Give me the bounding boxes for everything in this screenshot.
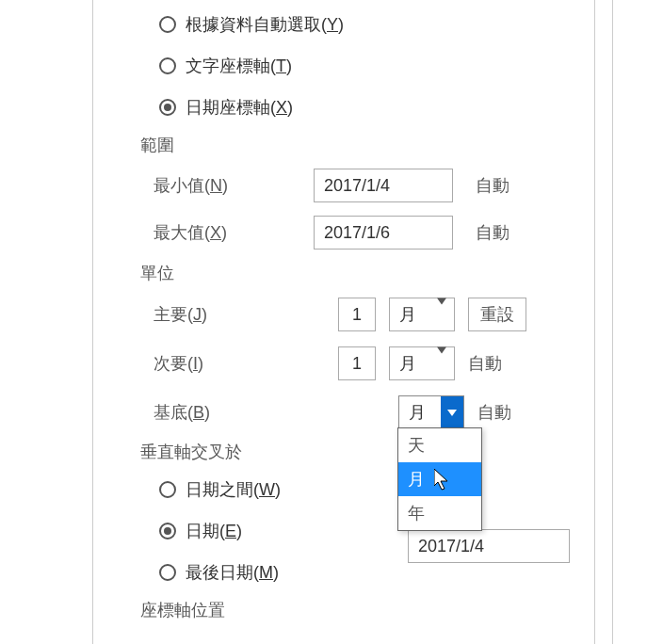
- min-label: 最小值(N): [154, 174, 314, 197]
- major-value-input[interactable]: [338, 298, 376, 331]
- axis-type-date-row[interactable]: 日期座標軸(X): [159, 87, 594, 128]
- outer-divider: [612, 0, 613, 644]
- minor-unit-select[interactable]: 月: [389, 346, 455, 380]
- axis-type-date-label: 日期座標軸(X): [186, 96, 293, 119]
- base-label: 基底(B): [154, 401, 398, 424]
- chevron-down-icon: [437, 354, 446, 374]
- dropdown-item-month[interactable]: 月: [398, 462, 481, 496]
- minor-auto-text: 自動: [468, 352, 502, 375]
- base-unit-select[interactable]: 月: [398, 395, 464, 429]
- min-row: 最小值(N) 自動: [154, 162, 594, 209]
- radio-date[interactable]: [159, 99, 176, 116]
- range-header: 範圍: [140, 134, 594, 156]
- max-row: 最大值(X) 自動: [154, 209, 594, 256]
- radio-last[interactable]: [159, 564, 176, 581]
- axis-type-text-row[interactable]: 文字座標軸(T): [159, 45, 594, 87]
- radio-auto[interactable]: [159, 16, 176, 33]
- reset-button[interactable]: 重設: [468, 298, 526, 331]
- min-input[interactable]: [314, 169, 453, 202]
- base-row: 基底(B) 月 自動: [154, 388, 594, 437]
- chevron-down-icon: [437, 305, 446, 325]
- axis-options-panel: 根據資料自動選取(Y) 文字座標軸(T) 日期座標軸(X) 範圍 最小值(N) …: [92, 0, 595, 644]
- max-label: 最大值(X): [154, 221, 314, 244]
- minor-label: 次要(I): [154, 352, 338, 375]
- max-input[interactable]: [314, 216, 453, 250]
- panel-content: 根據資料自動選取(Y) 文字座標軸(T) 日期座標軸(X) 範圍 最小值(N) …: [93, 0, 594, 621]
- max-auto-text: 自動: [476, 221, 509, 244]
- radio-between[interactable]: [159, 481, 176, 498]
- major-row: 主要(J) 月 重設: [154, 290, 594, 339]
- vcross-last-label: 最後日期(M): [186, 561, 279, 584]
- minor-value-input[interactable]: [338, 346, 376, 380]
- base-unit-value: 月: [409, 401, 426, 424]
- units-header: 單位: [140, 262, 594, 284]
- vcross-between-row[interactable]: 日期之間(W): [159, 469, 594, 510]
- chevron-down-icon: [441, 396, 463, 428]
- vcross-date-label: 日期(E): [186, 520, 242, 542]
- major-label: 主要(J): [154, 303, 338, 326]
- minor-unit-value: 月: [399, 352, 416, 375]
- axis-type-auto-label: 根據資料自動選取(Y): [186, 13, 344, 36]
- vcross-header: 垂直軸交叉於: [140, 441, 594, 463]
- vcross-date-input[interactable]: [408, 529, 570, 563]
- major-unit-value: 月: [399, 303, 416, 326]
- dropdown-item-year[interactable]: 年: [398, 496, 481, 530]
- dropdown-item-day[interactable]: 天: [398, 428, 481, 462]
- radio-date2[interactable]: [159, 523, 176, 539]
- minor-row: 次要(I) 月 自動: [154, 339, 594, 388]
- base-auto-text: 自動: [477, 401, 511, 424]
- axis-type-auto-row[interactable]: 根據資料自動選取(Y): [159, 4, 594, 45]
- base-unit-dropdown: 天 月 年: [397, 427, 482, 531]
- major-unit-select[interactable]: 月: [389, 298, 455, 331]
- axis-pos-header: 座標軸位置: [140, 599, 594, 621]
- radio-text[interactable]: [159, 57, 176, 74]
- vcross-between-label: 日期之間(W): [186, 478, 281, 501]
- axis-type-text-label: 文字座標軸(T): [186, 55, 292, 77]
- min-auto-text: 自動: [476, 174, 509, 197]
